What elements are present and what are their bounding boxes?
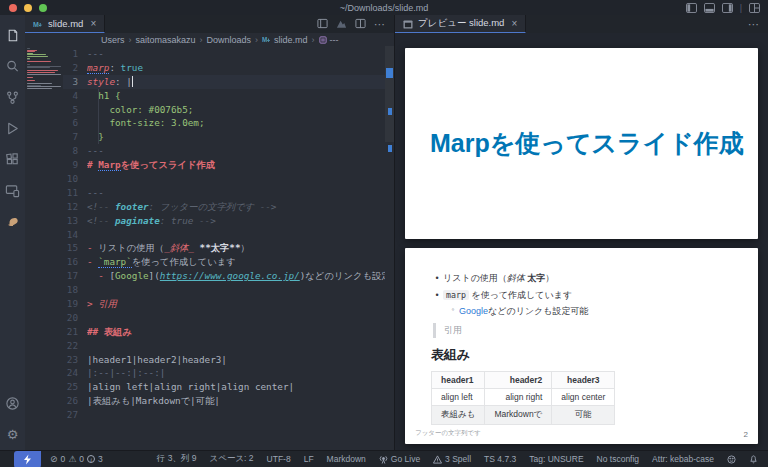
window-title: ~/Downloads/slide.md (0, 3, 768, 13)
tab-label: slide.md (48, 18, 83, 29)
code-line[interactable]: 25|align left|align right|align center| (63, 380, 385, 394)
slide2-heading: 表組み (431, 346, 732, 364)
line-number: 13 (63, 214, 87, 228)
code-line[interactable]: 16- `marp`を使って作成しています (63, 255, 385, 269)
code-line[interactable]: 27 (63, 408, 385, 422)
code-line[interactable]: 17 - [Google](https://www.google.co.jp/)… (63, 269, 385, 283)
status-item-no-tsconfig[interactable]: No tsconfig (597, 454, 640, 464)
line-number: 10 (63, 172, 87, 186)
status-item-3-spell[interactable]: 3 Spell (433, 454, 471, 464)
code-line[interactable]: 7 } (63, 130, 385, 144)
source-control-icon[interactable] (0, 82, 25, 113)
breadcrumb-item[interactable]: saitomasakazu (136, 35, 196, 45)
status-item-label: Attr: kebab-case (652, 454, 714, 464)
toggle-sidebar-right-icon[interactable] (722, 3, 733, 13)
run-and-debug-icon[interactable] (0, 113, 25, 144)
code-line[interactable]: 14 (63, 228, 385, 242)
code-line[interactable]: 5 color: #0076b5; (63, 103, 385, 117)
status-item-ts-4-7-3[interactable]: TS 4.7.3 (484, 454, 516, 464)
breadcrumb-label: Downloads (207, 35, 252, 45)
marp-preview[interactable]: Marpを使ってスライド作成 •リストの使用（斜体 太字）•marp を使って作… (395, 33, 768, 450)
line-number: 4 (63, 89, 87, 103)
status-item-utf-8[interactable]: UTF-8 (267, 454, 291, 464)
remote-explorer-icon[interactable] (0, 175, 25, 206)
preview-more-actions[interactable]: ⋯ (748, 18, 760, 31)
status-item-attr-kebab-case[interactable]: Attr: kebab-case (652, 454, 714, 464)
accounts-icon[interactable] (0, 388, 25, 419)
crumb-separator-icon: › (255, 35, 258, 45)
bullet-marker-icon: • (431, 272, 443, 284)
titlebar: ~/Downloads/slide.md | (0, 0, 768, 15)
open-preview-icon[interactable] (336, 15, 347, 33)
extensions-icon[interactable] (0, 144, 25, 175)
split-editor-icon[interactable] (355, 15, 366, 33)
open-changes-icon[interactable] (317, 15, 328, 33)
table-cell: align left (432, 389, 485, 406)
problems-status[interactable]: ⊘ 0 ⚠ 0 i 3 (50, 454, 103, 464)
remote-indicator[interactable] (14, 451, 41, 467)
breadcrumb-item[interactable]: Downloads (207, 35, 252, 45)
status-item-bell-icon[interactable] (749, 454, 758, 464)
code-line[interactable]: 18 (63, 283, 385, 297)
line-number: 19 (63, 297, 87, 311)
code-line[interactable]: 8--- (63, 144, 385, 158)
code-line[interactable]: 6 font-size: 3.0em; (63, 116, 385, 130)
code-line[interactable]: 19> 引用 (63, 297, 385, 311)
code-line[interactable]: 23|header1|header2|header3| (63, 353, 385, 367)
tab-slide-md[interactable]: M slide.md × (25, 15, 105, 33)
code-line[interactable]: 13<!-- paginate: true --> (63, 214, 385, 228)
slide2-bullet: •リストの使用（斜体 太字） (431, 272, 732, 284)
line-number: 7 (63, 130, 87, 144)
breadcrumb[interactable]: Users›saitomasakazu›Downloads›Mslide.md›… (25, 33, 394, 46)
slide2-bullet: •marp を使って作成しています (431, 289, 732, 301)
editor-more-actions[interactable]: ⋯ (374, 18, 386, 31)
code-line[interactable]: 4 h1 { (63, 89, 385, 103)
table-cell: 可能 (552, 406, 615, 425)
code-line[interactable]: 1--- (63, 47, 385, 61)
customize-layout-icon[interactable] (749, 3, 760, 13)
breadcrumb-item[interactable]: --- (319, 35, 339, 45)
code-line[interactable]: 10 (63, 172, 385, 186)
slide-footer: フッターの文字列です (415, 429, 481, 438)
code-editor[interactable]: 1---2marp: true3style: |4 h1 {5 color: #… (25, 46, 394, 450)
hand-extension-icon[interactable] (0, 206, 25, 237)
code-line[interactable]: 24|:--|--:|:--:| (63, 366, 385, 380)
line-number: 2 (63, 61, 87, 75)
toggle-sidebar-left-icon[interactable] (686, 3, 697, 13)
explorer-icon[interactable] (0, 20, 25, 51)
code-line[interactable]: 12<!-- footer: フッターの文字列です --> (63, 200, 385, 214)
toggle-panel-icon[interactable] (704, 3, 715, 13)
tab-close-icon[interactable]: × (511, 18, 517, 29)
breadcrumb-item[interactable]: Users (101, 35, 125, 45)
code-line[interactable]: 11--- (63, 186, 385, 200)
bell-icon (749, 454, 758, 464)
minimap[interactable] (27, 48, 63, 91)
status-item-markdown[interactable]: Markdown (327, 454, 366, 464)
code-line[interactable]: 20 (63, 311, 385, 325)
code-line[interactable]: 21## 表組み (63, 325, 385, 339)
code-line[interactable]: 9# Marpを使ってスライド作成 (63, 158, 385, 172)
status-item--2[interactable]: スペース: 2 (210, 453, 254, 465)
status-item-go-live[interactable]: Go Live (379, 454, 420, 464)
status-item--3-9[interactable]: 行 3、列 9 (157, 453, 197, 465)
status-item-lf[interactable]: LF (304, 454, 314, 464)
code-line[interactable]: 2marp: true (63, 61, 385, 75)
editor-tab-bar: M slide.md × ⋯ (25, 15, 394, 33)
code-line[interactable]: 3style: | (63, 75, 385, 89)
slide1-title: Marpを使ってスライド作成 (405, 127, 744, 160)
status-item-feedback-icon[interactable] (727, 455, 736, 464)
code-line[interactable]: 26|表組みも|Markdownで|可能| (63, 394, 385, 408)
line-number: 3 (63, 75, 87, 89)
tab-preview-slide-md[interactable]: プレビュー slide.md × (395, 15, 526, 33)
editor-scrollbar[interactable] (385, 46, 394, 142)
line-number: 14 (63, 228, 87, 242)
status-item-tag-unsure[interactable]: Tag: UNSURE (529, 454, 583, 464)
code-line[interactable]: 15- リストの使用（_斜体_ **太字**） (63, 241, 385, 255)
breadcrumb-item[interactable]: Mslide.md (262, 35, 308, 45)
slide-link[interactable]: Google (459, 306, 488, 316)
overview-ruler-mark (388, 145, 392, 152)
search-icon[interactable] (0, 51, 25, 82)
code-line[interactable]: 22 (63, 339, 385, 353)
settings-gear-icon[interactable]: ⚙ (0, 419, 25, 450)
tab-close-icon[interactable]: × (90, 18, 96, 29)
